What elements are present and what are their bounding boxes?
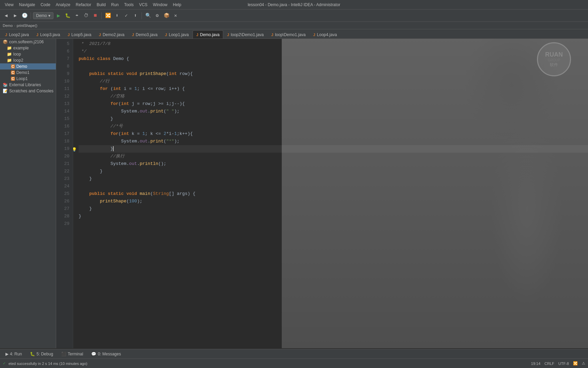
menu-code[interactable]: Code xyxy=(38,2,52,8)
tab-demo-java[interactable]: JDemo.java xyxy=(193,30,223,39)
sdk-button[interactable]: 📦 xyxy=(162,12,170,20)
line-number-27: 27 xyxy=(56,205,69,213)
sidebar-item-demo[interactable]: CDemo xyxy=(0,63,56,70)
line-number-24: 24 xyxy=(56,183,69,190)
git-branch-icon: 🔀 xyxy=(573,361,578,366)
menu-vcs[interactable]: VCS xyxy=(137,2,150,8)
menu-tools[interactable]: Tools xyxy=(122,2,136,8)
menu-build[interactable]: Build xyxy=(95,2,108,8)
status-bar: ✓ eted successfully in 2 s 14 ms (10 min… xyxy=(0,358,588,368)
code-line-8 xyxy=(79,63,588,70)
code-line-13: for(int j = row;j >= i;j--){ xyxy=(79,100,588,108)
warning-gutter-icon: 💡 xyxy=(73,146,77,154)
path-demo[interactable]: Demo xyxy=(3,24,13,28)
tab-loop2-demo1-java[interactable]: Jloop2\Demo1.java xyxy=(223,30,267,39)
tab-label: Loop4.java xyxy=(317,32,337,37)
package-icon: 📦 xyxy=(3,40,8,44)
tabs-bar: JLoop2.javaJLoop3.javaJLoop5.javaJDemo2.… xyxy=(0,29,588,39)
run-button[interactable]: ▶ xyxy=(54,12,63,20)
update-button[interactable]: ⬇ xyxy=(113,12,121,20)
commit-button[interactable]: ✓ xyxy=(122,12,130,20)
line-number-6: 6 xyxy=(56,48,69,55)
sidebar-item-label: loop xyxy=(13,52,21,57)
tab-label: Loop5.java xyxy=(71,32,92,37)
line-number-19: 19 xyxy=(56,145,69,153)
status-encoding[interactable]: UTF-8 xyxy=(558,362,569,366)
status-position[interactable]: 19:14 xyxy=(531,362,541,366)
sidebar-item-loop1[interactable]: CLoop1 xyxy=(0,76,56,82)
code-line-9: public static void printShape(int row){ xyxy=(79,70,588,78)
tab-icon: J xyxy=(132,33,134,37)
tab-loop1-java[interactable]: JLoop1.java xyxy=(161,30,193,39)
toolbar: ◀ ▶ 🕐 Demo ▾ ▶ 🐛 ☂ ⏱ ■ 🔀 ⬇ ✓ ⬆ 🔍 ⚙ 📦 ✕ xyxy=(0,10,588,22)
tab-loop2-java[interactable]: JLoop2.java xyxy=(1,30,33,39)
tab-icon: J xyxy=(271,33,273,37)
tab-label: Loop3.java xyxy=(40,32,60,37)
forward-button[interactable]: ▶ xyxy=(11,12,19,20)
tab-demo3-java[interactable]: JDemo3.java xyxy=(128,30,161,39)
menu-view[interactable]: View xyxy=(3,2,16,8)
tab-loop-demo1-java[interactable]: Jloop\Demo1.java xyxy=(267,30,309,39)
code-line-7: public class Demo { xyxy=(79,55,588,63)
status-left: ✓ eted successfully in 2 s 14 ms (10 min… xyxy=(3,361,87,366)
tab-demo2-java[interactable]: JDemo2.java xyxy=(95,30,128,39)
profile-button[interactable]: ⏱ xyxy=(82,12,90,20)
code-line-15: } xyxy=(79,115,588,123)
line-number-13: 13 xyxy=(56,100,69,108)
bottom-tab-label: 0: Messages xyxy=(98,352,121,356)
editor-area[interactable]: RUAN GROUP 软件 56▶78910111213141516171819… xyxy=(56,39,588,348)
sidebar-item-example[interactable]: 📁example xyxy=(0,45,56,51)
main-layout: 📦com.softeem.j2106📁example📁loop📁loop2CDe… xyxy=(0,39,588,348)
code-content[interactable]: * 2021/7/8 */public class Demo { public … xyxy=(73,39,588,348)
tab-loop3-java[interactable]: JLoop3.java xyxy=(33,30,64,39)
sidebar-item-scratches-and-consoles[interactable]: 📝Scratches and Consoles xyxy=(0,88,56,94)
bottom-tab-label: Terminal xyxy=(68,352,83,356)
push-button[interactable]: ⬆ xyxy=(131,12,140,20)
line-number-5: 5 xyxy=(56,40,69,48)
tab-icon: J xyxy=(313,33,315,37)
code-line-25: public static void main(String[] args) { xyxy=(79,190,588,198)
coverage-button[interactable]: ☂ xyxy=(73,12,81,20)
text-cursor xyxy=(113,146,114,151)
menu-navigate[interactable]: Navigate xyxy=(17,2,37,8)
sidebar-item-com-softeem-j2106[interactable]: 📦com.softeem.j2106 xyxy=(0,39,56,45)
stop-button[interactable]: ■ xyxy=(91,12,99,20)
git-button[interactable]: 🔀 xyxy=(104,12,112,20)
code-line-26: printShape(100); xyxy=(79,198,588,205)
code-line-10: //行 xyxy=(79,78,588,85)
cancel-button[interactable]: ✕ xyxy=(172,12,180,20)
line-number-20: 20 xyxy=(56,153,69,160)
bottom-tab-messages[interactable]: 💬0: Messages xyxy=(88,351,124,357)
comment-text: //行 xyxy=(79,79,110,84)
recent-files-button[interactable]: 🕐 xyxy=(20,12,29,20)
menu-analyze[interactable]: Analyze xyxy=(54,2,72,8)
back-button[interactable]: ◀ xyxy=(2,12,10,20)
menu-run[interactable]: Run xyxy=(109,2,121,8)
bottom-tab-debug[interactable]: 🐛5: Debug xyxy=(27,351,56,357)
menu-help[interactable]: Help xyxy=(171,2,183,8)
run-config-selector[interactable]: Demo ▾ xyxy=(33,12,53,19)
settings-button[interactable]: ⚙ xyxy=(153,12,161,20)
status-linesep[interactable]: CRLF xyxy=(544,362,554,366)
tab-loop4-java[interactable]: JLoop4.java xyxy=(309,30,341,39)
code-line-27: } xyxy=(79,205,588,213)
sidebar-item-loop[interactable]: 📁loop xyxy=(0,51,56,57)
sidebar-item-demo1[interactable]: CDemo1 xyxy=(0,70,56,76)
bottom-tab-run[interactable]: ▶4: Run xyxy=(2,351,25,357)
code-line-14: System.out.print(" "); xyxy=(79,108,588,115)
code-line-23: } xyxy=(79,175,588,183)
debug-button[interactable]: 🐛 xyxy=(64,12,72,20)
tab-label: Demo.java xyxy=(200,32,219,37)
sidebar-item-label: Demo1 xyxy=(16,70,30,75)
tab-loop5-java[interactable]: JLoop5.java xyxy=(64,30,95,39)
find-button[interactable]: 🔍 xyxy=(144,12,152,20)
bottom-tab-terminal[interactable]: ⬛Terminal xyxy=(58,351,86,357)
line-number-8: 8 xyxy=(56,63,69,70)
sidebar-item-loop2[interactable]: 📁loop2 xyxy=(0,57,56,63)
sidebar-item-external-libraries[interactable]: 📚External Libraries xyxy=(0,82,56,88)
menu-refactor[interactable]: Refactor xyxy=(74,2,93,8)
path-printshape[interactable]: printShape() xyxy=(17,24,37,28)
menu-window[interactable]: Window xyxy=(151,2,169,8)
code-line-5: * 2021/7/8 xyxy=(79,40,588,48)
code-line-28: } xyxy=(79,213,588,220)
